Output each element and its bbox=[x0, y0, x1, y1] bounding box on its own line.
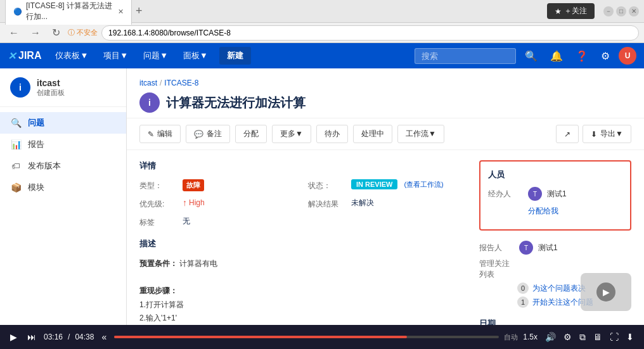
resolution-value: 未解决 bbox=[351, 198, 374, 208]
comment-btn[interactable]: 💬 备注 bbox=[186, 125, 230, 143]
vote-link-0[interactable]: 为这个问题表决 bbox=[532, 283, 586, 294]
sidebar-item-releases[interactable]: 🏷 发布版本 bbox=[0, 155, 126, 177]
export-btn[interactable]: ⬇ 导出▼ bbox=[583, 125, 631, 143]
jira-navbar: ✕ JIRA 仪表板▼ 项目▼ 问题▼ 面板▼ 新建 🔍 🔔 ❓ ⚙ U bbox=[0, 43, 644, 68]
video-fullscreen-btn[interactable]: ⛶ bbox=[607, 331, 621, 344]
sidebar-item-reports[interactable]: 📊 报告 bbox=[0, 134, 126, 155]
assign-link-row: 分配给我 bbox=[488, 206, 622, 217]
workflow-btn[interactable]: 工作流▼ bbox=[397, 125, 444, 143]
resolution-label: 解决结果 bbox=[308, 198, 346, 210]
sidebar-label-reports: 报告 bbox=[28, 139, 44, 150]
browser-tab[interactable]: 🔵 [ITCASE-8] 计算器无法进行加... ✕ bbox=[5, 0, 132, 25]
minimize-btn[interactable]: － bbox=[603, 6, 614, 16]
browser-controls: ← → ↻ ⓘ 不安全 bbox=[0, 23, 644, 43]
share-btn[interactable]: ↗ bbox=[556, 125, 579, 143]
tab-close-btn[interactable]: ✕ bbox=[118, 8, 124, 16]
nav-dashboard[interactable]: 仪表板▼ bbox=[49, 48, 94, 64]
tag-row: 标签 无 bbox=[139, 216, 295, 228]
step-1: 1.打开计算器 bbox=[139, 300, 184, 309]
follow-button[interactable]: ★ ＋关注 bbox=[547, 3, 595, 19]
insecure-icon: ⓘ 不安全 bbox=[68, 28, 98, 37]
project-name: itcast bbox=[37, 78, 65, 88]
assignee-row: 经办人 T 测试1 bbox=[488, 187, 622, 201]
sidebar-item-modules[interactable]: 📦 模块 bbox=[0, 177, 126, 198]
new-issue-btn[interactable]: 新建 bbox=[219, 47, 251, 65]
new-tab-btn[interactable]: + bbox=[136, 4, 143, 18]
vote-count-1: 1 bbox=[517, 296, 529, 308]
modules-icon: 📦 bbox=[10, 182, 22, 193]
workflow-link[interactable]: (查看工作流) bbox=[404, 180, 443, 189]
processing-btn[interactable]: 处理中 bbox=[353, 125, 392, 143]
video-expand-btn[interactable]: « bbox=[99, 331, 109, 343]
tab-title: [ITCASE-8] 计算器无法进行加... bbox=[26, 1, 114, 22]
video-separator: / bbox=[68, 333, 70, 341]
more-btn[interactable]: 更多▼ bbox=[272, 125, 311, 143]
issue-avatar: i bbox=[139, 92, 160, 113]
priority-value: ↑ High bbox=[183, 198, 205, 208]
video-progress-fill bbox=[114, 336, 406, 338]
breadcrumb-project[interactable]: itcast bbox=[139, 79, 157, 87]
video-screen-btn[interactable]: 🖥 bbox=[591, 331, 605, 344]
issue-header: itcast / ITCASE-8 i 计算器无法进行加法计算 bbox=[127, 68, 644, 118]
precondition-label: 预置条件： bbox=[139, 259, 177, 268]
sidebar-label-releases: 发布版本 bbox=[28, 160, 61, 172]
breadcrumb-id[interactable]: ITCASE-8 bbox=[164, 79, 198, 87]
issue-title-row: i 计算器无法进行加法计算 bbox=[139, 92, 631, 113]
wait-btn[interactable]: 待办 bbox=[316, 125, 348, 143]
video-play-btn[interactable]: ▶ bbox=[8, 331, 20, 343]
video-next-btn[interactable]: ⏭ bbox=[25, 331, 39, 343]
issues-icon: 🔍 bbox=[10, 118, 22, 128]
video-volume-btn[interactable]: 🔊 bbox=[543, 331, 558, 344]
nav-board[interactable]: 面板▼ bbox=[177, 48, 214, 64]
reporter-name: 测试1 bbox=[538, 243, 558, 253]
assign-to-me-link[interactable]: 分配给我 bbox=[528, 206, 558, 217]
nav-issues[interactable]: 问题▼ bbox=[137, 48, 174, 64]
nav-projects[interactable]: 项目▼ bbox=[97, 48, 134, 64]
sidebar-item-issues[interactable]: 🔍 问题 bbox=[0, 112, 126, 134]
sidebar-label-modules: 模块 bbox=[28, 182, 44, 193]
video-play-overlay-btn[interactable]: ▶ bbox=[596, 282, 615, 301]
video-total-time: 04:38 bbox=[75, 333, 94, 341]
notification-btn[interactable]: 🔔 bbox=[546, 48, 567, 65]
back-btn[interactable]: ← bbox=[5, 26, 23, 40]
video-progress-bar[interactable] bbox=[114, 336, 499, 338]
help-btn[interactable]: ❓ bbox=[572, 48, 592, 65]
export-icon: ⬇ bbox=[591, 130, 597, 139]
video-settings-btn[interactable]: ⚙ bbox=[561, 331, 574, 344]
jira-logo: ✕ JIRA bbox=[8, 50, 41, 62]
maximize-btn[interactable]: □ bbox=[616, 6, 626, 16]
video-controls-right: 🔊 ⚙ ⧉ 🖥 ⛶ ⬇ bbox=[543, 331, 636, 344]
people-title: 人员 bbox=[488, 169, 622, 181]
project-info: itcast 创建面板 bbox=[37, 78, 65, 98]
sidebar-header: i itcast 创建面板 bbox=[0, 68, 126, 107]
address-bar[interactable] bbox=[101, 25, 639, 41]
search-input[interactable] bbox=[415, 48, 516, 64]
sidebar-nav: 🔍 问题 📊 报告 🏷 发布版本 📦 模块 bbox=[0, 107, 126, 203]
user-avatar[interactable]: U bbox=[619, 47, 636, 65]
close-btn[interactable]: ✕ bbox=[629, 6, 639, 16]
settings-btn[interactable]: ⚙ bbox=[597, 48, 614, 65]
reporter-row: 报告人 T 测试1 bbox=[479, 241, 631, 255]
forward-btn[interactable]: → bbox=[27, 26, 44, 40]
reports-icon: 📊 bbox=[10, 139, 22, 149]
desc-section-title: 描述 bbox=[139, 238, 464, 250]
tag-label: 标签 bbox=[139, 216, 177, 228]
vote-count-0: 0 bbox=[517, 282, 529, 294]
edit-btn[interactable]: ✎ 编辑 bbox=[139, 125, 181, 143]
search-icon-btn[interactable]: 🔍 bbox=[521, 48, 541, 65]
comment-icon: 💬 bbox=[194, 130, 203, 139]
video-pip-btn[interactable]: ⧉ bbox=[577, 331, 588, 344]
video-speed[interactable]: 1.5x bbox=[523, 333, 538, 341]
refresh-btn[interactable]: ↻ bbox=[48, 25, 64, 40]
vote-label: 管理关注列表 bbox=[479, 258, 514, 280]
assign-btn[interactable]: 分配 bbox=[235, 125, 267, 143]
browser-chrome: 🔵 [ITCASE-8] 计算器无法进行加... ✕ + ★ ＋关注 － □ ✕ bbox=[0, 0, 644, 23]
type-label: 类型： bbox=[139, 179, 177, 191]
priority-icon: ↑ bbox=[183, 198, 187, 208]
window-controls: － □ ✕ bbox=[603, 6, 639, 16]
status-label: 状态： bbox=[308, 179, 346, 191]
assignee-avatar: T bbox=[528, 187, 542, 201]
step-2: 2.输入'1+1' bbox=[139, 314, 177, 322]
video-download-btn[interactable]: ⬇ bbox=[624, 331, 636, 344]
sidebar: i itcast 创建面板 🔍 问题 📊 报告 🏷 发布版本 📦 模块 bbox=[0, 68, 127, 349]
